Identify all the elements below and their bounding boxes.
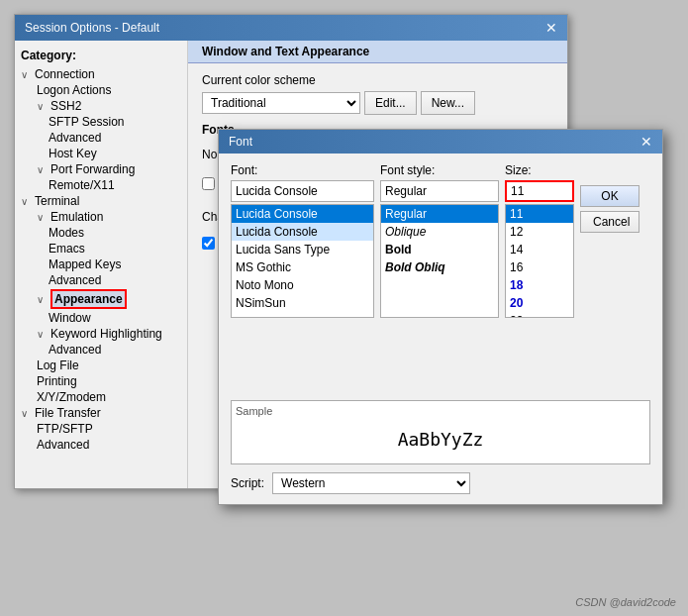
font-list-item-noto-mono[interactable]: Noto Mono [232, 276, 373, 294]
font-style-label: Font style: [380, 163, 499, 177]
sidebar-item-window[interactable]: Window [21, 310, 181, 326]
font-list-item-ms-gothic[interactable]: MS Gothic [232, 258, 373, 276]
color-scheme-dropdown[interactable]: Traditional [202, 92, 360, 114]
expand-icon-terminal: ∨ [21, 196, 35, 207]
font-cancel-button[interactable]: Cancel [580, 211, 639, 233]
sidebar-item-emacs[interactable]: Emacs [21, 241, 181, 257]
font-size-label: Size: [505, 163, 574, 177]
category-panel: Category: ∨Connection Logon Actions ∨SSH… [15, 41, 188, 488]
font-size-col: Size: 11 11 12 14 16 18 20 22 [505, 163, 574, 392]
unicode-checkbox[interactable] [202, 237, 215, 250]
style-oblique[interactable]: Oblique [381, 223, 498, 241]
dialog-titlebar: Session Options - Default ✕ [15, 15, 567, 41]
sidebar-item-port-forwarding[interactable]: ∨Port Forwarding [21, 161, 181, 177]
font-dialog-body: Font: Lucida Console Lucida Console Luci… [219, 154, 662, 504]
font-col: Font: Lucida Console Lucida Console Luci… [231, 163, 374, 392]
sidebar-item-remote-x11[interactable]: Remote/X11 [21, 177, 181, 193]
script-dropdown[interactable]: Western [272, 472, 470, 494]
size-11[interactable]: 11 [506, 205, 573, 223]
color-scheme-row: Traditional Edit... New... [202, 91, 553, 115]
sidebar-item-file-transfer[interactable]: ∨File Transfer [21, 405, 181, 421]
section-header: Window and Text Appearance [188, 41, 567, 63]
size-12[interactable]: 12 [506, 223, 573, 241]
sidebar-item-modes[interactable]: Modes [21, 225, 181, 241]
font-ok-col: OK Cancel [580, 185, 644, 392]
font-listbox[interactable]: Lucida Console Lucida Console Lucida San… [231, 204, 374, 318]
edit-button[interactable]: Edit... [364, 91, 417, 115]
expand-icon-emulation: ∨ [37, 212, 50, 223]
size-14[interactable]: 14 [506, 241, 573, 258]
font-ok-button[interactable]: OK [580, 185, 639, 207]
font-dialog-title: Font [229, 135, 252, 149]
font-size-listbox[interactable]: 11 12 14 16 18 20 22 [505, 204, 574, 318]
sidebar-item-host-key[interactable]: Host Key [21, 146, 181, 161]
sidebar-item-mapped-keys[interactable]: Mapped Keys [21, 257, 181, 272]
size-20[interactable]: 20 [506, 294, 573, 312]
sample-label: Sample [236, 405, 645, 417]
font-dialog: Font ✕ Font: Lucida Console Lucida Conso… [218, 129, 663, 505]
font-list-item-lucida-sans[interactable]: Lucida Sans Type [232, 241, 373, 258]
sidebar-item-keyword-highlighting[interactable]: ∨Keyword Highlighting [21, 326, 181, 342]
sidebar-item-ssh2[interactable]: ∨SSH2 [21, 98, 181, 114]
category-label: Category: [21, 49, 181, 62]
size-16[interactable]: 16 [506, 258, 573, 276]
expand-icon-file-transfer: ∨ [21, 408, 35, 419]
sample-text: AaBbYyZz [236, 419, 645, 460]
sidebar-item-advanced-ssh2[interactable]: Advanced [21, 130, 181, 146]
font-style-input[interactable]: Regular [380, 180, 499, 202]
appearance-label: Appearance [50, 289, 127, 309]
size-22[interactable]: 22 [506, 312, 573, 318]
sidebar-item-advanced-kh[interactable]: Advanced [21, 342, 181, 358]
expand-icon-keyword-highlighting: ∨ [37, 329, 50, 340]
font-style-col: Font style: Regular Regular Oblique Bold… [380, 163, 499, 392]
sidebar-item-ftp-sftp[interactable]: FTP/SFTP [21, 421, 181, 437]
font-name-input[interactable]: Lucida Console [231, 180, 374, 202]
sidebar-item-printing[interactable]: Printing [21, 373, 181, 389]
sidebar-item-emulation[interactable]: ∨Emulation [21, 209, 181, 225]
dialog-title: Session Options - Default [25, 21, 159, 35]
font-style-listbox[interactable]: Regular Oblique Bold Bold Obliq [380, 204, 499, 318]
sidebar-item-appearance[interactable]: ∨ Appearance [21, 288, 181, 310]
style-bold[interactable]: Bold [381, 241, 498, 258]
sidebar-item-connection[interactable]: ∨Connection [21, 66, 181, 82]
sidebar-item-xyz-modem[interactable]: X/Y/Zmodem [21, 389, 181, 405]
dialog-close-button[interactable]: ✕ [545, 21, 557, 35]
font-list-item-lucida-selected[interactable]: Lucida Console [232, 205, 373, 223]
font-sample-box: Sample AaBbYyZz [231, 400, 650, 464]
size-18[interactable]: 18 [506, 276, 573, 294]
sidebar-item-advanced-ft[interactable]: Advanced [21, 437, 181, 453]
narrow-font-checkbox[interactable] [202, 177, 215, 190]
sidebar-item-advanced-terminal[interactable]: Advanced [21, 272, 181, 288]
font-list-item-lucida-light[interactable]: Lucida Console [232, 223, 373, 241]
font-size-input[interactable]: 11 [505, 180, 574, 202]
font-col-label: Font: [231, 163, 374, 177]
style-bold-oblique[interactable]: Bold Obliq [381, 258, 498, 276]
expand-icon-connection: ∨ [21, 69, 35, 80]
expand-icon-port-forwarding: ∨ [37, 164, 50, 175]
font-columns: Font: Lucida Console Lucida Console Luci… [231, 163, 650, 392]
expand-icon-appearance: ∨ [37, 294, 50, 305]
font-script-row: Script: Western [231, 472, 650, 494]
new-button[interactable]: New... [421, 91, 475, 115]
sidebar-item-terminal[interactable]: ∨Terminal [21, 193, 181, 209]
script-label: Script: [231, 476, 264, 490]
expand-icon-ssh2: ∨ [37, 101, 50, 112]
sidebar-item-log-file[interactable]: Log File [21, 358, 181, 373]
sidebar-item-sftp-session[interactable]: SFTP Session [21, 114, 181, 130]
font-dialog-titlebar: Font ✕ [219, 130, 662, 154]
style-regular[interactable]: Regular [381, 205, 498, 223]
color-scheme-label: Current color scheme [202, 73, 553, 87]
font-dialog-close-button[interactable]: ✕ [640, 135, 652, 149]
font-list-item-nsimsun[interactable]: NSimSun [232, 294, 373, 312]
watermark: CSDN @david2code [575, 596, 676, 608]
sidebar-item-logon-actions[interactable]: Logon Actions [21, 82, 181, 98]
